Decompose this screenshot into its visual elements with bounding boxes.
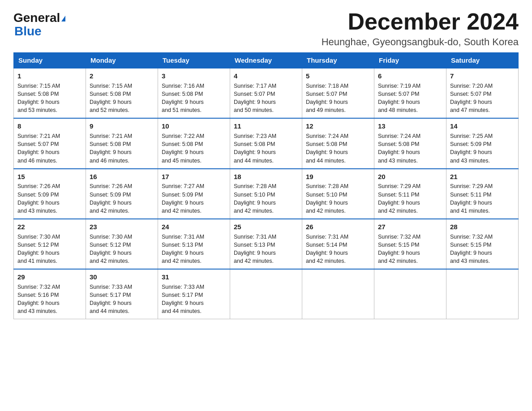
day-number: 20 (378, 172, 442, 182)
calendar-cell: 3Sunrise: 7:16 AMSunset: 5:08 PMDaylight… (158, 68, 230, 118)
calendar-cell: 4Sunrise: 7:17 AMSunset: 5:07 PMDaylight… (230, 68, 302, 118)
day-info: Sunrise: 7:32 AMSunset: 5:15 PMDaylight:… (450, 234, 493, 264)
calendar-cell: 1Sunrise: 7:15 AMSunset: 5:08 PMDaylight… (14, 68, 86, 118)
calendar-cell: 26Sunrise: 7:31 AMSunset: 5:14 PMDayligh… (302, 219, 374, 269)
header-tuesday: Tuesday (158, 53, 230, 68)
calendar-cell: 30Sunrise: 7:33 AMSunset: 5:17 PMDayligh… (86, 269, 158, 319)
week-row-2: 8Sunrise: 7:21 AMSunset: 5:07 PMDaylight… (14, 118, 519, 168)
header-sunday: Sunday (14, 53, 86, 68)
calendar-cell: 7Sunrise: 7:20 AMSunset: 5:07 PMDaylight… (446, 68, 519, 118)
calendar-cell: 17Sunrise: 7:27 AMSunset: 5:09 PMDayligh… (158, 169, 230, 219)
calendar-cell: 9Sunrise: 7:21 AMSunset: 5:08 PMDaylight… (86, 118, 158, 168)
calendar-cell: 19Sunrise: 7:28 AMSunset: 5:10 PMDayligh… (302, 169, 374, 219)
day-info: Sunrise: 7:28 AMSunset: 5:10 PMDaylight:… (234, 183, 276, 214)
day-info: Sunrise: 7:24 AMSunset: 5:08 PMDaylight:… (306, 133, 348, 163)
header-saturday: Saturday (446, 53, 519, 68)
calendar-cell (446, 269, 519, 319)
day-number: 5 (306, 71, 370, 81)
day-number: 6 (378, 71, 442, 81)
day-info: Sunrise: 7:33 AMSunset: 5:17 PMDaylight:… (90, 284, 132, 314)
day-number: 10 (162, 121, 226, 131)
calendar-cell: 20Sunrise: 7:29 AMSunset: 5:11 PMDayligh… (374, 169, 446, 219)
calendar-cell: 28Sunrise: 7:32 AMSunset: 5:15 PMDayligh… (446, 219, 519, 269)
day-info: Sunrise: 7:28 AMSunset: 5:10 PMDaylight:… (306, 183, 348, 214)
calendar-cell: 18Sunrise: 7:28 AMSunset: 5:10 PMDayligh… (230, 169, 302, 219)
day-number: 12 (306, 121, 370, 131)
calendar-cell: 23Sunrise: 7:30 AMSunset: 5:12 PMDayligh… (86, 219, 158, 269)
day-number: 26 (306, 222, 370, 232)
calendar-cell: 5Sunrise: 7:18 AMSunset: 5:07 PMDaylight… (302, 68, 374, 118)
day-number: 24 (162, 222, 226, 232)
day-number: 25 (234, 222, 298, 232)
month-title: December 2024 (322, 9, 519, 34)
calendar-table: Sunday Monday Tuesday Wednesday Thursday… (13, 52, 519, 319)
calendar-cell: 12Sunrise: 7:24 AMSunset: 5:08 PMDayligh… (302, 118, 374, 168)
page-header: General Blue December 2024 Heunghae, Gye… (13, 9, 519, 48)
calendar-cell (374, 269, 446, 319)
logo-blue: Blue (14, 24, 42, 39)
day-info: Sunrise: 7:29 AMSunset: 5:11 PMDaylight:… (378, 183, 420, 214)
day-number: 18 (234, 172, 298, 182)
day-info: Sunrise: 7:22 AMSunset: 5:08 PMDaylight:… (162, 133, 204, 163)
calendar-cell: 8Sunrise: 7:21 AMSunset: 5:07 PMDaylight… (14, 118, 86, 168)
day-number: 19 (306, 172, 370, 182)
day-number: 11 (234, 121, 298, 131)
header-monday: Monday (86, 53, 158, 68)
header-thursday: Thursday (302, 53, 374, 68)
day-number: 13 (378, 121, 442, 131)
calendar-cell: 11Sunrise: 7:23 AMSunset: 5:08 PMDayligh… (230, 118, 302, 168)
calendar-cell: 21Sunrise: 7:29 AMSunset: 5:11 PMDayligh… (446, 169, 519, 219)
location-title: Heunghae, Gyeongsangbuk-do, South Korea (322, 36, 519, 48)
day-info: Sunrise: 7:30 AMSunset: 5:12 PMDaylight:… (17, 234, 60, 264)
day-info: Sunrise: 7:25 AMSunset: 5:09 PMDaylight:… (450, 133, 493, 163)
week-row-5: 29Sunrise: 7:32 AMSunset: 5:16 PMDayligh… (14, 269, 519, 319)
day-info: Sunrise: 7:31 AMSunset: 5:14 PMDaylight:… (306, 234, 348, 264)
calendar-cell: 22Sunrise: 7:30 AMSunset: 5:12 PMDayligh… (14, 219, 86, 269)
day-number: 7 (450, 71, 515, 81)
day-info: Sunrise: 7:29 AMSunset: 5:11 PMDaylight:… (450, 183, 493, 214)
header-friday: Friday (374, 53, 446, 68)
day-number: 3 (162, 71, 226, 81)
day-info: Sunrise: 7:32 AMSunset: 5:15 PMDaylight:… (378, 234, 420, 264)
header-row: Sunday Monday Tuesday Wednesday Thursday… (14, 53, 519, 68)
week-row-1: 1Sunrise: 7:15 AMSunset: 5:08 PMDaylight… (14, 68, 519, 118)
day-info: Sunrise: 7:21 AMSunset: 5:08 PMDaylight:… (90, 133, 132, 163)
calendar-cell: 25Sunrise: 7:31 AMSunset: 5:13 PMDayligh… (230, 219, 302, 269)
day-number: 4 (234, 71, 298, 81)
calendar-cell: 29Sunrise: 7:32 AMSunset: 5:16 PMDayligh… (14, 269, 86, 319)
day-number: 14 (450, 121, 515, 131)
week-row-4: 22Sunrise: 7:30 AMSunset: 5:12 PMDayligh… (14, 219, 519, 269)
day-info: Sunrise: 7:15 AMSunset: 5:08 PMDaylight:… (90, 83, 132, 113)
day-number: 17 (162, 172, 226, 182)
day-info: Sunrise: 7:23 AMSunset: 5:08 PMDaylight:… (234, 133, 276, 163)
day-info: Sunrise: 7:15 AMSunset: 5:08 PMDaylight:… (17, 83, 60, 113)
day-info: Sunrise: 7:26 AMSunset: 5:09 PMDaylight:… (90, 183, 132, 214)
day-number: 22 (17, 222, 82, 232)
calendar-cell (230, 269, 302, 319)
header-wednesday: Wednesday (230, 53, 302, 68)
day-info: Sunrise: 7:27 AMSunset: 5:09 PMDaylight:… (162, 183, 204, 214)
day-info: Sunrise: 7:32 AMSunset: 5:16 PMDaylight:… (17, 284, 60, 314)
day-info: Sunrise: 7:19 AMSunset: 5:07 PMDaylight:… (378, 83, 420, 113)
day-info: Sunrise: 7:17 AMSunset: 5:07 PMDaylight:… (234, 83, 276, 113)
calendar-cell: 15Sunrise: 7:26 AMSunset: 5:09 PMDayligh… (14, 169, 86, 219)
calendar-cell: 31Sunrise: 7:33 AMSunset: 5:17 PMDayligh… (158, 269, 230, 319)
day-number: 8 (17, 121, 82, 131)
calendar-cell: 14Sunrise: 7:25 AMSunset: 5:09 PMDayligh… (446, 118, 519, 168)
day-info: Sunrise: 7:33 AMSunset: 5:17 PMDaylight:… (162, 284, 204, 314)
day-number: 27 (378, 222, 442, 232)
day-info: Sunrise: 7:20 AMSunset: 5:07 PMDaylight:… (450, 83, 493, 113)
day-number: 9 (90, 121, 154, 131)
calendar-cell: 24Sunrise: 7:31 AMSunset: 5:13 PMDayligh… (158, 219, 230, 269)
calendar-cell: 13Sunrise: 7:24 AMSunset: 5:08 PMDayligh… (374, 118, 446, 168)
week-row-3: 15Sunrise: 7:26 AMSunset: 5:09 PMDayligh… (14, 169, 519, 219)
day-number: 30 (90, 272, 154, 282)
calendar-cell: 27Sunrise: 7:32 AMSunset: 5:15 PMDayligh… (374, 219, 446, 269)
calendar-cell: 16Sunrise: 7:26 AMSunset: 5:09 PMDayligh… (86, 169, 158, 219)
day-info: Sunrise: 7:31 AMSunset: 5:13 PMDaylight:… (162, 234, 204, 264)
day-info: Sunrise: 7:31 AMSunset: 5:13 PMDaylight:… (234, 234, 276, 264)
day-number: 21 (450, 172, 515, 182)
day-number: 16 (90, 172, 154, 182)
calendar-cell: 6Sunrise: 7:19 AMSunset: 5:07 PMDaylight… (374, 68, 446, 118)
day-number: 15 (17, 172, 82, 182)
